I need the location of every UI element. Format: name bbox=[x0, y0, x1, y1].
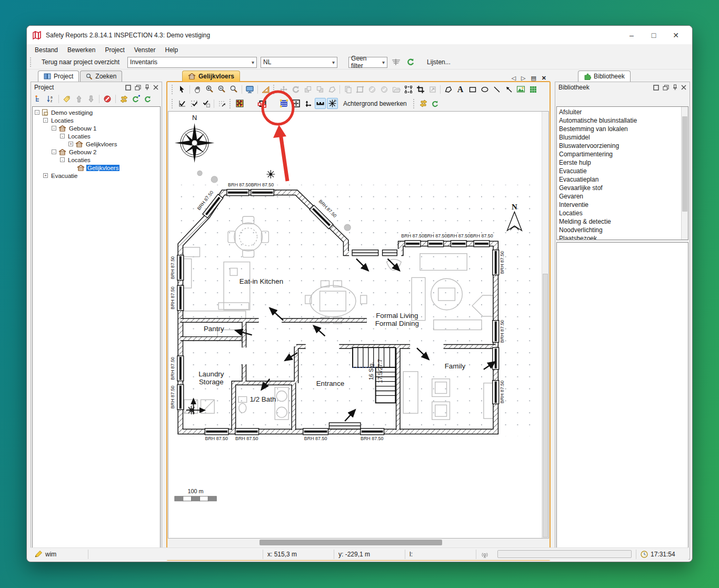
move-tool[interactable] bbox=[278, 84, 289, 95]
sort-az-icon[interactable]: az bbox=[45, 94, 56, 104]
apply-tool[interactable] bbox=[378, 84, 390, 95]
tab-gelijkvloers[interactable]: Gelijkvloers bbox=[182, 71, 240, 82]
crop-tool[interactable] bbox=[415, 84, 426, 95]
tab-search[interactable]: Zoeken bbox=[80, 71, 122, 82]
rotate-tool[interactable] bbox=[290, 84, 301, 95]
sync-tool[interactable] bbox=[418, 98, 429, 109]
snap-angle-tool[interactable] bbox=[176, 98, 187, 109]
rectangle-tool[interactable] bbox=[467, 84, 478, 95]
snap-grid-tool[interactable] bbox=[188, 98, 199, 109]
background-edit-button[interactable]: Achtergrond bewerken bbox=[343, 100, 407, 107]
zoom-in-tool[interactable] bbox=[204, 84, 215, 95]
collapse-icon[interactable]: - bbox=[52, 150, 56, 154]
tree-item[interactable]: -Gebouw 1 bbox=[33, 124, 160, 132]
close-panel-icon[interactable] bbox=[681, 85, 686, 90]
collapse-icon[interactable]: - bbox=[60, 157, 65, 162]
tree-item-selected[interactable]: Gelijkvloers bbox=[33, 164, 160, 172]
close-panel-icon[interactable] bbox=[153, 85, 158, 90]
library-item[interactable]: Bluswatervoorziening bbox=[557, 142, 681, 150]
pin-icon[interactable] bbox=[145, 84, 149, 91]
tree-item[interactable]: -Locaties bbox=[33, 116, 160, 124]
measure-tool[interactable] bbox=[260, 84, 271, 95]
float-panel-icon[interactable] bbox=[135, 85, 141, 91]
fit-extent-tool[interactable] bbox=[291, 98, 302, 109]
open-tool[interactable] bbox=[391, 84, 402, 95]
lists-label[interactable]: Lijsten... bbox=[427, 58, 451, 66]
maximize-button[interactable]: □ bbox=[643, 28, 665, 43]
horizontal-scrollbar[interactable] bbox=[168, 539, 549, 546]
tab-bibliotheek[interactable]: Bibliotheek bbox=[578, 71, 631, 82]
menu-item[interactable]: Bestand bbox=[30, 45, 63, 55]
line-tool[interactable] bbox=[491, 84, 502, 95]
collapse-icon[interactable]: - bbox=[52, 126, 56, 131]
tree-item[interactable]: +Gelijkvloers bbox=[33, 140, 160, 148]
collapse-icon[interactable]: - bbox=[60, 134, 65, 138]
filter-icon[interactable] bbox=[391, 57, 402, 67]
zoom-out-tool[interactable] bbox=[216, 84, 227, 95]
library-scrollbar[interactable] bbox=[681, 107, 688, 240]
select-frame-tool[interactable] bbox=[403, 84, 414, 95]
edit-label-icon[interactable] bbox=[62, 94, 72, 104]
library-item[interactable]: Locaties bbox=[557, 209, 681, 217]
library-item[interactable]: Compartimentering bbox=[557, 150, 681, 158]
vertical-scrollbar[interactable] bbox=[542, 112, 548, 538]
maximize-panel-icon[interactable] bbox=[653, 85, 659, 91]
library-item[interactable]: Evacuatie bbox=[557, 167, 681, 175]
library-item[interactable]: Gevaarlijke stof bbox=[557, 184, 681, 192]
axes-tool[interactable] bbox=[303, 98, 314, 109]
block-tool[interactable] bbox=[366, 84, 377, 95]
library-item[interactable]: Plaatsbezoek bbox=[557, 234, 681, 240]
polyline-tool[interactable] bbox=[443, 84, 454, 95]
transfer-icon[interactable] bbox=[118, 94, 129, 104]
arrow-tool[interactable] bbox=[503, 84, 514, 95]
minimize-button[interactable]: – bbox=[621, 28, 643, 43]
tree-item[interactable]: -Locaties bbox=[33, 156, 160, 164]
image-tool[interactable] bbox=[515, 84, 526, 95]
horizontal-scrollbar-thumb[interactable] bbox=[259, 540, 443, 545]
refresh-view-tool[interactable] bbox=[430, 98, 441, 109]
bring-forward-tool[interactable] bbox=[302, 84, 313, 95]
library-item[interactable]: Bestemming van lokalen bbox=[557, 125, 681, 133]
move-up-icon[interactable] bbox=[74, 94, 84, 104]
library-item[interactable]: Gevaren bbox=[557, 192, 681, 201]
library-item[interactable]: Evacuatieplan bbox=[557, 175, 681, 184]
copy-tool[interactable] bbox=[342, 84, 353, 95]
text-tool[interactable]: A bbox=[455, 84, 466, 95]
tree-item[interactable]: -Demo vestiging bbox=[33, 108, 160, 116]
library-item[interactable]: Blusmiddel bbox=[557, 133, 681, 142]
snap-object-tool[interactable] bbox=[201, 98, 212, 109]
sort-tree-icon[interactable] bbox=[33, 94, 44, 104]
plan-grid-tool[interactable] bbox=[234, 98, 245, 109]
collapse-icon[interactable]: - bbox=[35, 110, 39, 115]
tab-project[interactable]: Project bbox=[38, 71, 79, 82]
move-down-icon[interactable] bbox=[86, 94, 96, 104]
library-item[interactable]: Melding & detectie bbox=[557, 217, 681, 226]
table-tool[interactable] bbox=[527, 84, 538, 95]
library-item[interactable]: Afsluiter bbox=[557, 108, 681, 116]
select-tool[interactable] bbox=[176, 84, 187, 95]
collapse-icon[interactable]: - bbox=[43, 118, 48, 123]
ellipse-tool[interactable] bbox=[479, 84, 490, 95]
menu-item[interactable]: Project bbox=[100, 45, 129, 55]
library-item[interactable]: Automatische blusinstallatie bbox=[557, 116, 681, 125]
inventory-select[interactable]: Inventaris▾ bbox=[127, 57, 257, 68]
language-select[interactable]: NL▾ bbox=[261, 57, 337, 68]
pin-icon[interactable] bbox=[673, 84, 677, 91]
north-tool[interactable]: N bbox=[327, 98, 338, 109]
edit-points-tool[interactable] bbox=[326, 84, 337, 95]
menu-item[interactable]: Help bbox=[160, 45, 183, 55]
expand-icon[interactable]: + bbox=[43, 173, 48, 178]
dimension-tool[interactable] bbox=[315, 98, 326, 109]
menu-item[interactable]: Venster bbox=[129, 45, 161, 55]
refresh-icon[interactable] bbox=[143, 94, 153, 104]
paste-transform-tool[interactable] bbox=[354, 84, 365, 95]
tree-item[interactable]: +Evacuatie bbox=[33, 172, 160, 180]
back-to-project-button[interactable]: Terug naar project overzicht bbox=[37, 57, 124, 67]
grid-points-tool[interactable] bbox=[216, 98, 227, 109]
zoom-window-tool[interactable] bbox=[228, 84, 239, 95]
library-scrollbar-thumb[interactable] bbox=[682, 116, 687, 212]
library-item[interactable]: Eerste hulp bbox=[557, 158, 681, 167]
send-back-tool[interactable] bbox=[314, 84, 325, 95]
refresh-icon[interactable] bbox=[405, 57, 416, 67]
library-item[interactable]: Interventie bbox=[557, 201, 681, 209]
